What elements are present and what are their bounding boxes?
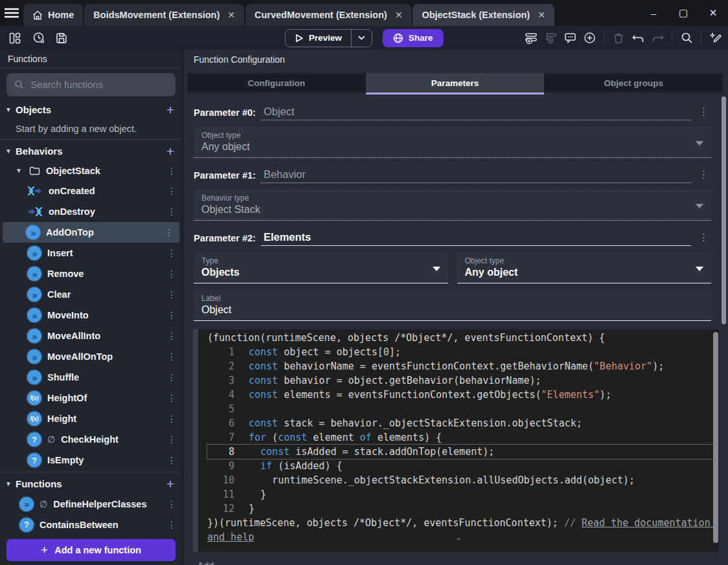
private-icon: ∅ xyxy=(40,499,47,509)
parameter-0-object-type-select[interactable]: Object type Any object xyxy=(194,127,711,158)
function-item-isempty[interactable]: ?IsEmpty⋮ xyxy=(0,450,182,471)
tab-objectstack-extension-[interactable]: ObjectStack (Extension)✕ xyxy=(413,4,554,26)
kebab-menu-icon[interactable]: ⋮ xyxy=(166,434,177,445)
kebab-menu-icon[interactable]: ⋮ xyxy=(166,248,177,258)
kebab-menu-icon[interactable]: ⋮ xyxy=(166,269,177,279)
tab-boidsmovement-extension-[interactable]: BoidsMovement (Extension)✕ xyxy=(84,4,244,26)
tab-object-groups[interactable]: Object groups xyxy=(544,73,723,93)
tab-home[interactable]: Home xyxy=(23,4,83,26)
kebab-menu-icon[interactable]: ⋮ xyxy=(696,106,711,120)
parameter-2-label-input[interactable]: Label Object xyxy=(194,290,711,321)
function-item-insert[interactable]: »Insert⋮ xyxy=(0,243,182,263)
main-menu-button[interactable] xyxy=(0,0,23,26)
panels-icon[interactable] xyxy=(6,30,23,47)
behavior-folder-row[interactable]: ▼ ObjectStack ⋮ xyxy=(0,161,182,181)
close-tab-icon[interactable]: ✕ xyxy=(538,10,545,20)
function-item-height[interactable]: f(x)Height⋮ xyxy=(0,408,182,429)
add-new-function-button[interactable]: + Add a new function xyxy=(6,539,176,561)
edit-code-icon[interactable] xyxy=(707,30,724,47)
parameter-2-object-type-select[interactable]: Object type Any object xyxy=(457,252,712,283)
add-free-function-button[interactable]: + xyxy=(166,477,174,491)
function-item-remove[interactable]: »Remove⋮ xyxy=(0,263,182,284)
close-tab-icon[interactable]: ✕ xyxy=(227,10,235,20)
add-event-icon[interactable] xyxy=(523,30,540,47)
expression-function-icon: f(x) xyxy=(27,412,41,426)
parameter-1-behavior-type-select[interactable]: Behavior type Object Stack xyxy=(194,190,711,221)
kebab-menu-icon[interactable]: ⋮ xyxy=(166,455,177,465)
tab-parameters[interactable]: Parameters xyxy=(366,73,545,93)
close-tab-icon[interactable]: ✕ xyxy=(395,10,403,20)
search-icon[interactable] xyxy=(678,30,695,47)
close-button[interactable]: ✕ xyxy=(698,0,728,26)
kebab-menu-icon[interactable]: ⋮ xyxy=(166,351,177,362)
function-name: AddOnTop xyxy=(46,227,94,238)
share-button[interactable]: Share xyxy=(383,29,444,47)
functions-section-label: Functions xyxy=(16,478,166,489)
kebab-menu-icon[interactable]: ⋮ xyxy=(166,166,177,176)
tab-curvedmovement-extension-[interactable]: CurvedMovement (Extension)✕ xyxy=(245,4,411,26)
search-functions-box[interactable] xyxy=(6,73,176,96)
kebab-menu-icon[interactable]: ⋮ xyxy=(696,232,711,246)
function-item-oncreated[interactable]: onCreated⋮ xyxy=(0,181,182,201)
function-item-checkheight[interactable]: ?∅CheckHeight⋮ xyxy=(0,429,182,450)
line-number: 8 xyxy=(207,445,234,459)
kebab-menu-icon[interactable]: ⋮ xyxy=(696,169,711,183)
kebab-menu-icon[interactable]: ⋮ xyxy=(166,331,177,341)
dropdown-arrow-icon xyxy=(696,141,703,146)
functions-section-header[interactable]: ▼ Functions + xyxy=(0,474,182,494)
redo-icon[interactable] xyxy=(649,30,666,47)
parameter-0-name-input[interactable]: Object xyxy=(261,105,691,120)
code-scrollbar[interactable] xyxy=(713,332,718,543)
maximize-button[interactable]: ▢ xyxy=(668,0,698,26)
function-item-definehelperclasses[interactable]: »∅DefineHelperClasses⋮ xyxy=(0,494,182,515)
kebab-menu-icon[interactable]: ⋮ xyxy=(166,520,177,530)
add-object-button[interactable]: + xyxy=(166,103,174,116)
function-item-addontop[interactable]: »AddOnTop⋮ xyxy=(3,222,179,243)
kebab-menu-icon[interactable]: ⋮ xyxy=(166,372,177,382)
kebab-menu-icon[interactable]: ⋮ xyxy=(166,206,177,217)
parameter-1-name-input[interactable]: Behavior xyxy=(261,168,691,183)
add-behavior-button[interactable]: + xyxy=(166,144,174,158)
tab-configuration[interactable]: Configuration xyxy=(187,73,366,93)
chevron-down-icon: ▼ xyxy=(16,167,23,174)
function-item-clear[interactable]: »Clear⋮ xyxy=(0,284,182,305)
kebab-menu-icon[interactable]: ⋮ xyxy=(166,289,177,300)
parameter-2-name-input[interactable]: Elements xyxy=(261,231,691,246)
kebab-menu-icon[interactable]: ⋮ xyxy=(166,310,177,320)
function-item-containsbetween[interactable]: ?ContainsBetween⋮ xyxy=(0,515,182,535)
parameters-scrollbar[interactable] xyxy=(722,96,726,324)
function-item-moveinto[interactable]: »MoveInto⋮ xyxy=(0,305,182,326)
javascript-code-editor[interactable]: (function(runtimeScene, objects /*Object… xyxy=(193,329,719,552)
trash-icon[interactable] xyxy=(610,30,627,47)
objects-section-header[interactable]: ▼ Objects + xyxy=(0,100,182,120)
parameter-2-selects: Type Objects Object type Any object xyxy=(194,246,711,283)
history-icon[interactable] xyxy=(30,30,47,47)
minimize-button[interactable]: – xyxy=(639,0,668,26)
preview-options-button[interactable] xyxy=(352,30,372,47)
function-item-shuffle[interactable]: »Shuffle⋮ xyxy=(0,367,182,388)
preview-button[interactable]: Preview xyxy=(286,30,351,47)
add-subevent-icon[interactable] xyxy=(542,30,559,47)
add-circle-icon[interactable] xyxy=(581,30,598,47)
function-item-moveallinto[interactable]: »MoveAllInto⋮ xyxy=(0,326,182,346)
parameter-2-type-select[interactable]: Type Objects xyxy=(194,252,448,283)
parameter-row-1: Parameter #1: Behavior ⋮ xyxy=(194,168,711,183)
hamburger-icon xyxy=(5,8,19,18)
kebab-menu-icon[interactable]: ⋮ xyxy=(166,499,177,509)
comment-icon[interactable] xyxy=(562,30,578,47)
toolbar-divider xyxy=(604,31,604,45)
kebab-menu-icon[interactable]: ⋮ xyxy=(166,414,177,424)
behaviors-section-header[interactable]: ▼ Behaviors + xyxy=(0,141,182,161)
search-functions-input[interactable] xyxy=(30,79,168,90)
resize-caret-icon[interactable]: ⌃ xyxy=(457,534,461,548)
save-icon[interactable] xyxy=(53,30,70,47)
function-item-heightof[interactable]: f(x)HeightOf⋮ xyxy=(0,388,182,408)
kebab-menu-icon[interactable]: ⋮ xyxy=(166,393,177,403)
kebab-menu-icon[interactable]: ⋮ xyxy=(164,227,174,238)
kebab-menu-icon[interactable]: ⋮ xyxy=(166,186,177,196)
code-token: } xyxy=(249,489,266,500)
function-item-moveallontop[interactable]: »MoveAllOnTop⋮ xyxy=(0,346,182,367)
tab-label: Configuration xyxy=(248,78,305,88)
undo-icon[interactable] xyxy=(630,30,646,47)
function-item-ondestroy[interactable]: onDestroy⋮ xyxy=(0,201,182,222)
